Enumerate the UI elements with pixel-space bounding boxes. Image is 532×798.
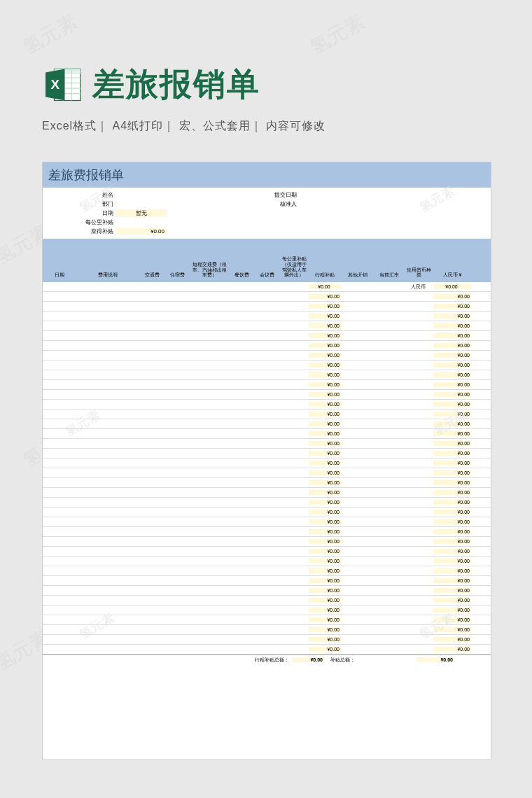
label-km-allowance: 每公里补贴 [43, 218, 116, 226]
col-km-allow: 每公里补贴（仅适用于驾驶私人车辆外出） [279, 255, 309, 282]
table-row: ¥0.00¥0.00 [43, 537, 491, 547]
table-row: ¥0.00¥0.00 [43, 566, 491, 576]
table-row: ¥0.00¥0.00 [43, 625, 491, 635]
table-row: ¥0.00¥0.00 [43, 380, 491, 390]
rmb-total-value: ¥0.00 [416, 657, 454, 662]
table-row: ¥0.00¥0.00 [43, 576, 491, 586]
table-row: ¥0.00¥0.00 [43, 419, 491, 429]
col-transport: 交通费 [139, 271, 164, 282]
table-row: ¥0.00¥0.00 [43, 468, 491, 478]
table-row: ¥0.00¥0.00 [43, 400, 491, 410]
col-currency: 使用货币种类 [404, 266, 433, 282]
excel-icon: X [42, 64, 84, 106]
table-row: ¥0.00¥0.00 [43, 439, 491, 449]
table-row: ¥0.00¥0.00 [43, 390, 491, 400]
table-row: ¥0.00¥0.00 [43, 312, 491, 321]
table-row: ¥0.00¥0.00 [43, 596, 491, 606]
table-row: ¥0.00¥0.00 [43, 606, 491, 615]
form-title: 差旅费报销单 [48, 167, 485, 183]
col-meeting: 会议费 [254, 271, 279, 282]
template-preview: 氢元素 氢元素 氢元素 氢元素 氢元素 氢元素 差旅费报销单 姓名 提交日期 部… [42, 162, 491, 760]
label-name: 姓名 [43, 191, 116, 199]
table-row: ¥0.00¥0.00 [43, 458, 491, 468]
table-row: ¥0.00¥0.00 [43, 517, 491, 527]
label-approver: 核准人 [195, 200, 300, 208]
table-row: ¥0.00¥0.00 [43, 429, 491, 439]
col-other: 其他开销 [341, 271, 374, 282]
table-row: ¥0.00¥0.00 [43, 302, 491, 312]
col-date: 日期 [43, 271, 76, 282]
table-row: ¥0.00¥0.00 [43, 498, 491, 507]
label-dept: 部门 [43, 200, 116, 208]
table-row: ¥0.00¥0.00 [43, 507, 491, 517]
total-row: 行程补贴总额： ¥0.00 补贴总额： ¥0.00 [43, 654, 491, 664]
table-row: ¥0.00¥0.00 [43, 547, 491, 556]
trip-total-label: 行程补贴总额： [43, 657, 292, 664]
allow-total-label: 补贴总额： [324, 657, 358, 664]
page-title: 差旅报销单 [92, 63, 260, 106]
table-row: ¥0.00¥0.00 [43, 331, 491, 341]
table-row: ¥0.00¥0.00 [43, 341, 491, 351]
col-desc: 费用说明 [76, 271, 139, 282]
table-row: ¥0.00¥0.00 [43, 645, 491, 654]
table-row: ¥0.00¥0.00 [43, 321, 491, 331]
form-title-bar: 差旅费报销单 [43, 162, 491, 188]
svg-text:X: X [50, 77, 59, 92]
table-row: ¥0.00¥0.00 [43, 351, 491, 360]
table-row: ¥0.00¥0.00 [43, 586, 491, 596]
value-date: 暂无 [116, 209, 167, 217]
col-hotel: 住宿费 [164, 271, 190, 282]
value-reimbursable: ¥0.00 [116, 228, 167, 234]
table-row: ¥0.00¥0.00 [43, 556, 491, 566]
page-header: X 差旅报销单 Excel格式｜ A4纸打印｜ 宏、公式套用｜ 内容可修改 [0, 0, 532, 148]
table-row: ¥0.00¥0.00 [43, 360, 491, 370]
table-row: ¥0.00¥0.00 [43, 635, 491, 645]
table-row: ¥0.00¥0.00 [43, 527, 491, 537]
table-row: ¥0.00¥0.00 [43, 615, 491, 625]
label-date: 日期 [43, 209, 116, 217]
label-reimbursable: 应得补贴 [43, 227, 116, 235]
table-header-row: 日期 费用说明 交通费 住宿费 短程交通费（租车、汽油和出租车费） 餐饮费 会议… [43, 239, 491, 282]
table-row: ¥0.00¥0.00 [43, 478, 491, 488]
label-submit-date: 提交日期 [195, 191, 300, 199]
col-trip-allow: 行程补贴 [309, 271, 341, 282]
table-row: ¥0.00¥0.00 [43, 370, 491, 380]
table-row: ¥0.00¥0.00 [43, 292, 491, 302]
table-body: ¥0.00人民币¥0.00¥0.00¥0.00¥0.00¥0.00¥0.00¥0… [43, 282, 491, 654]
page-subtitle: Excel格式｜ A4纸打印｜ 宏、公式套用｜ 内容可修改 [42, 119, 490, 134]
currency-row: ¥0.00人民币¥0.00 [43, 282, 491, 292]
col-rmb: 人民币 ¥ [433, 271, 471, 282]
col-rate: 当前汇率 [374, 271, 404, 282]
table-row: ¥0.00¥0.00 [43, 410, 491, 419]
col-short-trip: 短程交通费（租车、汽油和出租车费） [190, 260, 229, 282]
table-row: ¥0.00¥0.00 [43, 449, 491, 458]
trip-total-value: ¥0.00 [292, 657, 324, 662]
table-row: ¥0.00¥0.00 [43, 488, 491, 498]
info-section: 姓名 提交日期 部门 核准人 日期 暂无 每公里补贴 应得补贴 ¥0.00 [43, 188, 491, 239]
col-meal: 餐饮费 [229, 271, 254, 282]
